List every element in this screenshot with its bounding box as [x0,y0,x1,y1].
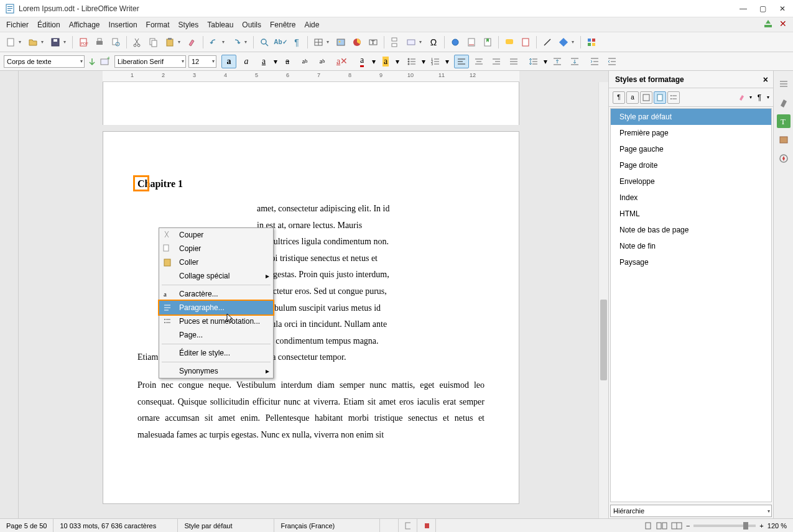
close-doc-button[interactable]: ✕ [779,19,787,29]
sidebar-settings-icon[interactable] [777,77,791,91]
align-left-button[interactable] [454,55,469,68]
sb-insert-mode[interactable] [380,519,399,532]
bullet-list-dropdown[interactable]: ▾ [422,57,425,66]
fill-format-dropdown[interactable]: ▾ [749,94,752,100]
new-style-from-sel-button[interactable]: ¶ [753,91,766,104]
sidebar-properties-icon[interactable] [777,96,791,109]
open-button[interactable] [26,35,40,49]
table-dropdown[interactable]: ▾ [327,39,332,45]
menu-format[interactable]: Format [146,21,170,29]
paste-button[interactable] [163,35,177,49]
redo-dropdown[interactable]: ▾ [244,39,249,45]
vertical-scrollbar[interactable] [598,82,608,518]
comment-button[interactable] [503,35,516,49]
save-button[interactable] [49,35,62,49]
field-button[interactable] [404,35,418,49]
cm-synonyms[interactable]: Synonymes▸ [159,364,273,378]
update-style-button[interactable] [87,57,97,66]
new-style-dropdown[interactable]: ▾ [767,94,769,100]
underline-dropdown[interactable]: ▾ [274,57,277,66]
underline-button[interactable]: a [256,55,271,68]
track-changes-button[interactable] [519,35,532,49]
decrease-spacing-button[interactable] [567,55,582,68]
page-styles-button[interactable] [654,91,666,104]
font-color-button[interactable]: a [355,55,369,68]
number-list-dropdown[interactable]: ▾ [445,57,449,66]
image-button[interactable] [334,35,348,49]
subscript-button[interactable]: ab [315,55,330,68]
save-dropdown[interactable]: ▾ [63,39,68,45]
sidebar-navigator-icon[interactable] [777,152,791,165]
view-book-icon[interactable] [671,521,682,530]
zoom-out-button[interactable]: − [686,522,690,530]
open-dropdown[interactable]: ▾ [41,39,46,45]
spellcheck-button[interactable]: Ab✓ [274,35,287,49]
sidebar-gallery-icon[interactable] [777,133,791,147]
undo-dropdown[interactable]: ▾ [222,39,227,45]
font-name-combo[interactable]: Liberation Serif▾ [114,55,186,68]
highlight-dropdown[interactable]: ▾ [396,57,399,66]
copy-button[interactable] [147,35,160,49]
menu-tools[interactable]: Outils [242,21,261,29]
decrease-indent-button[interactable] [605,55,619,68]
style-item[interactable]: Page droite [611,157,771,173]
paragraph-style-combo[interactable]: Corps de texte▾ [4,55,85,68]
chart-button[interactable] [350,35,364,49]
sidebar-close-button[interactable]: × [763,75,768,85]
line-spacing-button[interactable] [526,55,541,68]
cut-button[interactable] [131,35,144,49]
bold-button[interactable]: a [221,55,236,68]
font-color-dropdown[interactable]: ▾ [372,57,376,66]
style-item[interactable]: Page gauche [611,141,771,157]
sb-selection-mode[interactable] [399,519,417,532]
cm-page[interactable]: Page... [159,328,273,342]
align-center-button[interactable] [471,55,486,68]
undo-button[interactable] [207,35,221,49]
increase-indent-button[interactable] [587,55,602,68]
line-spacing-dropdown[interactable]: ▾ [544,57,547,66]
sidebar-styles-icon[interactable]: T [777,114,791,128]
cm-copy[interactable]: Copier [159,242,273,255]
maximize-button[interactable]: ▢ [759,4,768,13]
new-dropdown[interactable]: ▾ [19,39,24,45]
increase-spacing-button[interactable] [550,55,565,68]
zoom-in-button[interactable]: + [759,522,763,530]
font-size-combo[interactable]: 12▾ [188,55,216,68]
style-list[interactable]: Style par défaut Première page Page gauc… [610,108,772,502]
heading[interactable]: Chapitre 1 [137,178,485,190]
draw-functions-button[interactable] [585,35,598,49]
cm-paste[interactable]: Coller [159,255,273,269]
align-right-button[interactable] [489,55,504,68]
new-style-button[interactable]: + [100,57,109,66]
new-button[interactable] [4,35,17,49]
style-item[interactable]: Index [611,190,771,206]
textbox-button[interactable]: T [366,35,380,49]
italic-button[interactable]: a [239,55,254,68]
view-single-page-icon[interactable] [644,521,652,530]
style-item[interactable]: Première page [611,125,771,141]
cm-paste-special[interactable]: Collage spécial▸ [159,269,273,283]
menu-table[interactable]: Tableau [207,21,233,29]
sb-words[interactable]: 10 033 mots, 67 636 caractères [53,519,178,532]
print-preview-button[interactable] [109,35,123,49]
cm-bullets[interactable]: Puces et numérotation... [159,314,273,328]
table-button[interactable] [312,35,325,49]
sb-style[interactable]: Style par défaut [178,519,274,532]
paragraph-2[interactable]: Proin nec congue neque. Vestibulum inter… [137,377,485,443]
zoom-slider[interactable] [693,525,756,527]
page-break-button[interactable] [388,35,402,49]
formatting-marks-button[interactable]: ¶ [290,35,304,49]
cm-cut[interactable]: Couper [159,228,273,242]
zoom-value[interactable]: 120 % [767,522,787,530]
sb-signature[interactable] [417,519,436,532]
menu-file[interactable]: Fichier [6,21,29,29]
minimize-button[interactable]: — [740,4,748,13]
footnote-button[interactable] [465,35,478,49]
strikethrough-button[interactable]: a [280,55,295,68]
close-button[interactable]: ✕ [779,4,788,13]
view-multi-page-icon[interactable] [656,521,667,530]
fill-format-button[interactable] [736,91,748,104]
style-item[interactable]: Note de fin [611,238,771,254]
field-dropdown[interactable]: ▾ [419,39,424,45]
special-char-button[interactable]: Ω [427,35,440,49]
